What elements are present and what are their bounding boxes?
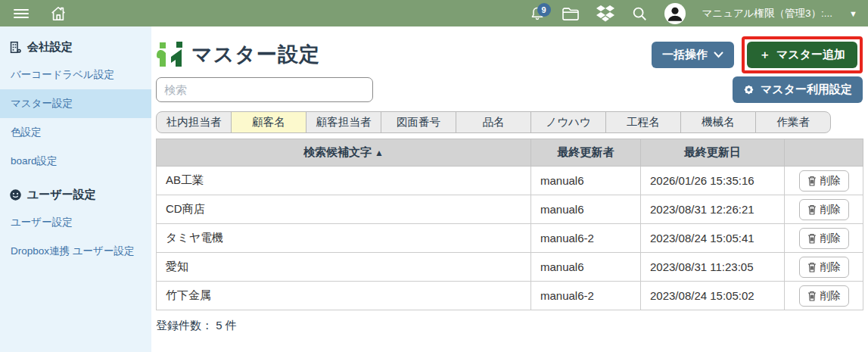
cell-updated-at: 2023/08/31 11:23:05	[641, 253, 785, 282]
tab-internal-staff[interactable]: 社内担当者	[156, 111, 232, 133]
tab-customer-name[interactable]: 顧客名	[231, 111, 306, 133]
cell-updated-at: 2026/01/26 15:35:16	[641, 167, 785, 195]
topbar-left	[14, 5, 67, 22]
delete-label: 削除	[820, 232, 841, 245]
cell-updated-by: manual6-2	[531, 282, 641, 310]
main-content: マスター設定 一括操作 ＋ マスター追加 マスター利用設定	[151, 26, 868, 352]
sidebar-section-company: 会社設定	[0, 28, 151, 61]
table-row: AB工業 manual6 2026/01/26 15:35:16 削除	[157, 167, 863, 195]
delete-label: 削除	[820, 260, 841, 274]
page-title: マスター設定	[191, 41, 320, 68]
sidebar-section-title: ユーザー設定	[27, 188, 96, 202]
bulk-action-button[interactable]: 一括操作	[652, 42, 734, 68]
notification-badge: 9	[537, 3, 551, 17]
table-row: タミヤ電機 manual6-2 2023/08/24 15:05:41 削除	[157, 224, 863, 253]
table-header-row: 検索候補文字▲ 最終更新者 最終更新日	[157, 139, 863, 167]
cell-updated-at: 2023/08/24 15:05:41	[641, 224, 785, 253]
master-usage-settings-button[interactable]: マスター利用設定	[733, 76, 863, 103]
annotation-highlight-box: ＋ マスター追加	[742, 36, 863, 73]
bulk-action-label: 一括操作	[662, 48, 708, 62]
sidebar-item-barcode-label-settings[interactable]: バーコードラベル設定	[0, 61, 151, 89]
delete-label: 削除	[820, 174, 841, 188]
cell-name: AB工業	[157, 167, 531, 195]
column-header-updated-at: 最終更新日	[641, 139, 785, 167]
cell-updated-at: 2023/08/31 12:26:21	[641, 195, 785, 224]
sidebar-item-dropbox-user-settings[interactable]: Dropbox連携 ユーザー設定	[0, 237, 151, 266]
sidebar-section-title: 会社設定	[27, 40, 73, 55]
tab-customer-staff[interactable]: 顧客担当者	[306, 111, 381, 133]
topbar-right: 9	[530, 3, 857, 24]
sidebar-item-master-settings[interactable]: マスター設定	[0, 89, 151, 118]
delete-button[interactable]: 削除	[799, 285, 849, 307]
sidebar-section-user: ユーザー設定	[0, 176, 151, 208]
record-count-label: 登録件数：	[156, 319, 213, 332]
plus-icon: ＋	[759, 48, 770, 62]
cell-name: タミヤ電機	[157, 224, 531, 253]
building-icon	[9, 41, 22, 54]
column-label: 検索候補文字	[303, 145, 372, 158]
title-actions: 一括操作 ＋ マスター追加	[652, 36, 863, 73]
dropbox-icon[interactable]	[596, 5, 614, 22]
gear-icon	[743, 84, 754, 95]
delete-button[interactable]: 削除	[799, 257, 849, 278]
sidebar-item-user-settings[interactable]: ユーザー設定	[0, 208, 151, 237]
caret-down-icon[interactable]: ▼	[849, 9, 857, 18]
search-input[interactable]	[156, 77, 373, 102]
tab-item-name[interactable]: 品名	[456, 111, 531, 133]
trash-icon	[807, 262, 817, 273]
search-row: マスター利用設定	[156, 76, 863, 102]
home-icon[interactable]	[50, 5, 67, 22]
trash-icon	[807, 233, 817, 244]
tab-worker[interactable]: 作業者	[755, 111, 831, 133]
add-master-label: マスター追加	[776, 48, 845, 62]
table-row: 竹下金属 manual6-2 2023/08/24 15:05:02 削除	[157, 282, 863, 310]
record-count-unit: 件	[226, 319, 237, 332]
cell-updated-at: 2023/08/24 15:05:02	[641, 282, 785, 310]
avatar[interactable]	[664, 3, 686, 24]
table-row: 愛知 manual6 2023/08/31 11:23:05 削除	[157, 253, 863, 282]
magnifier-icon[interactable]	[631, 5, 648, 22]
chevron-down-icon	[714, 51, 723, 58]
delete-label: 削除	[820, 203, 841, 216]
title-row: マスター設定 一括操作 ＋ マスター追加	[156, 36, 863, 73]
tab-drawing-number[interactable]: 図面番号	[381, 111, 456, 133]
cell-name: CD商店	[157, 195, 531, 224]
table-row: CD商店 manual6 2023/08/31 12:26:21 削除	[157, 195, 863, 224]
delete-button[interactable]: 削除	[799, 170, 849, 192]
trash-icon	[807, 291, 817, 301]
app-logo-icon	[156, 42, 185, 67]
record-count: 登録件数： 5 件	[156, 319, 863, 333]
delete-label: 削除	[820, 289, 841, 303]
delete-button[interactable]: 削除	[799, 228, 849, 249]
user-smile-icon	[9, 188, 22, 201]
delete-button[interactable]: 削除	[799, 199, 849, 220]
sidebar-item-color-settings[interactable]: 色設定	[0, 118, 151, 147]
hamburger-menu-icon[interactable]	[14, 7, 29, 20]
tab-machine-name[interactable]: 機械名	[680, 111, 756, 133]
sidebar-item-board-settings[interactable]: board設定	[0, 147, 151, 176]
tab-knowhow[interactable]: ノウハウ	[530, 111, 606, 133]
column-header-actions	[785, 139, 863, 167]
cell-name: 愛知	[157, 253, 531, 282]
folder-icon[interactable]	[562, 6, 580, 21]
hamburger-lines	[14, 7, 29, 20]
bell-icon[interactable]: 9	[530, 5, 545, 22]
master-usage-settings-label: マスター利用設定	[761, 83, 852, 97]
sort-asc-icon: ▲	[375, 148, 384, 158]
master-category-tabs: 社内担当者 顧客名 顧客担当者 図面番号 品名 ノウハウ 工程名 機械名 作業者	[156, 111, 863, 133]
column-header-updated-by: 最終更新者	[531, 139, 641, 167]
user-menu-label[interactable]: マニュアル権限（管理3）:...	[702, 7, 833, 20]
master-table: 検索候補文字▲ 最終更新者 最終更新日 AB工業 manual6 2026/01…	[156, 139, 863, 310]
trash-icon	[807, 176, 817, 186]
cell-updated-by: manual6	[531, 167, 641, 195]
sidebar: 会社設定 バーコードラベル設定 マスター設定 色設定 board設定 ユーザー設…	[0, 26, 151, 352]
cell-updated-by: manual6	[531, 195, 641, 224]
title-left: マスター設定	[156, 41, 320, 68]
column-header-search-candidate[interactable]: 検索候補文字▲	[157, 139, 531, 167]
cell-updated-by: manual6-2	[531, 224, 641, 253]
tab-process-name[interactable]: 工程名	[605, 111, 681, 133]
cell-updated-by: manual6	[531, 253, 641, 282]
record-count-value: 5	[216, 319, 222, 332]
cell-name: 竹下金属	[157, 282, 531, 310]
add-master-button[interactable]: ＋ マスター追加	[747, 42, 857, 68]
